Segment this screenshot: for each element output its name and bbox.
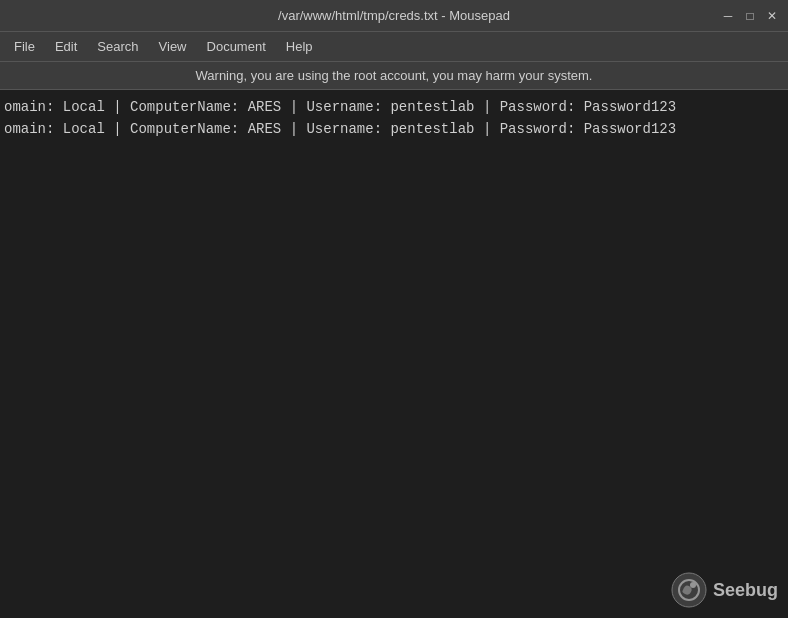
- svg-point-2: [690, 582, 696, 588]
- menu-search[interactable]: Search: [87, 35, 148, 58]
- editor-area[interactable]: omain: Local | ComputerName: ARES | User…: [0, 90, 788, 618]
- menu-help[interactable]: Help: [276, 35, 323, 58]
- seebug-logo: [671, 572, 707, 608]
- editor-line-1: omain: Local | ComputerName: ARES | User…: [4, 96, 784, 118]
- watermark-text: Seebug: [713, 580, 778, 601]
- window-controls: ─ □ ✕: [720, 8, 780, 24]
- maximize-button[interactable]: □: [742, 8, 758, 24]
- minimize-button[interactable]: ─: [720, 8, 736, 24]
- window-title: /var/www/html/tmp/creds.txt - Mousepad: [68, 8, 720, 23]
- editor-content: omain: Local | ComputerName: ARES | User…: [0, 94, 788, 142]
- editor-line-2: omain: Local | ComputerName: ARES | User…: [4, 118, 784, 140]
- close-button[interactable]: ✕: [764, 8, 780, 24]
- menu-view[interactable]: View: [149, 35, 197, 58]
- warning-bar: Warning, you are using the root account,…: [0, 62, 788, 90]
- menu-file[interactable]: File: [4, 35, 45, 58]
- menu-bar: File Edit Search View Document Help: [0, 32, 788, 62]
- menu-edit[interactable]: Edit: [45, 35, 87, 58]
- title-bar: /var/www/html/tmp/creds.txt - Mousepad ─…: [0, 0, 788, 32]
- watermark: Seebug: [671, 572, 778, 608]
- menu-document[interactable]: Document: [197, 35, 276, 58]
